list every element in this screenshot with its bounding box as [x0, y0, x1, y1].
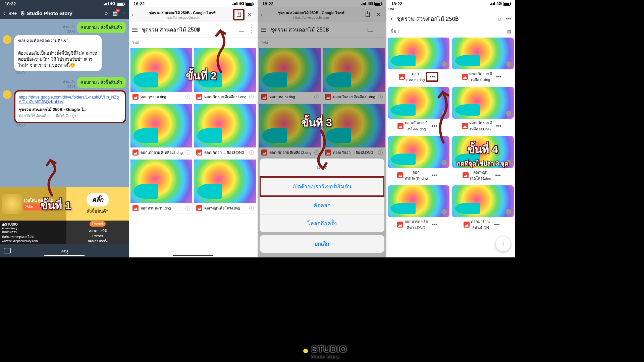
info-icon[interactable]: i: [249, 95, 254, 99]
share-icon: [237, 12, 241, 17]
info-icon[interactable]: i: [185, 150, 190, 155]
view-toggle-icon[interactable]: ▤: [507, 29, 511, 34]
item-more-button[interactable]: •••: [493, 123, 504, 129]
notes-icon[interactable]: ▤: [113, 10, 118, 16]
page-url: https://drive.google.com: [134, 16, 231, 19]
share-button[interactable]: [233, 9, 245, 20]
menu-bar[interactable]: เมนู: [0, 244, 129, 257]
page-title: ชุดรวม สวนดอกไม้ 250B - Google ไดรฟ์: [134, 10, 231, 16]
info-icon[interactable]: i: [249, 206, 254, 210]
files-section-label: ไฟล์: [129, 38, 258, 48]
file-item[interactable]: ดอกเก๊กฮวย สีเหลือง1.dngi: [194, 48, 256, 102]
click-button[interactable]: คลิ๊ก: [87, 193, 109, 206]
sheet-share[interactable]: แชร์: [260, 159, 384, 177]
search-icon[interactable]: ⌕: [105, 10, 108, 16]
clock: 18:22: [133, 1, 145, 6]
fab-add-button[interactable]: +: [496, 237, 511, 251]
home-indicator: [173, 255, 213, 256]
back-to-line[interactable]: LINE: [386, 7, 515, 11]
folder-name: ชุดรวม สวนดอกไม้ 250฿: [142, 25, 235, 34]
file-item[interactable]: ดอกเก๊กฮวย สี เหลือง1.dng•••: [451, 36, 515, 85]
file-item[interactable]: ดอก กุหลาบ.dng•••: [386, 36, 451, 85]
more-icon[interactable]: •••: [505, 16, 511, 22]
order-label: สั่งซื้อสินค้า: [87, 208, 108, 215]
plus-icon: +: [500, 239, 506, 249]
file-grid: ดอกกุหลาบ.dngi ดอกเก๊กฮวย สีเหลือง1.dngi…: [129, 48, 258, 214]
file-item[interactable]: ดอกเก๊กฮวย สี เหลือง2.dng•••: [386, 85, 451, 135]
file-item[interactable]: ดอกเก๊กฮว ... ลือง3.DNGi: [194, 104, 256, 158]
sheet-copy[interactable]: คัดลอก: [260, 196, 384, 215]
file-item[interactable]: ดอกเก๊กฮวย สีเหลือง2.dngi: [130, 104, 193, 158]
drive-link[interactable]: https://drive.google.com/drive/folders/1…: [19, 95, 119, 104]
image-icon: [196, 94, 202, 100]
file-item[interactable]: ดอกมาร์กาเ สีม่วง1.DN•••: [451, 184, 515, 233]
file-item[interactable]: ดอกเก๊กฮวย สี เหลือง3.DNG•••: [451, 85, 515, 135]
battery-icon: [246, 2, 253, 6]
avatar[interactable]: [3, 35, 11, 44]
status-bar: 18:22 4G: [129, 0, 258, 7]
image-icon: [196, 149, 202, 156]
file-item[interactable]: ดอกกุหลาบ.dngi: [130, 48, 193, 102]
clock: 18:22: [5, 1, 16, 6]
signal-icon: [104, 2, 109, 5]
file-item[interactable]: ดอกพญาเสือโคร่ง.dngi: [194, 159, 256, 214]
sheet-reload[interactable]: โหลดอีกครั้ง: [260, 215, 384, 232]
info-icon[interactable]: i: [185, 95, 190, 99]
chat-body: อ่านแล้ว23:49 สอบถาม / สั่งซื้อสินค้า ขอ…: [0, 19, 129, 132]
tutorial-composite: 18:22 4G ‹ 99+ ⛨ Studio Photo Story ⌕ ▤ …: [0, 0, 515, 257]
back-button[interactable]: ‹: [3, 10, 5, 16]
bot-reply[interactable]: ขอบคุณที่ส่งข้อความถึงเรา ต้องขออภัยเป็น…: [14, 35, 102, 71]
file-grid: ดอก กุหลาบ.dng••• ดอกเก๊กฮวย สี เหลือง1.…: [386, 36, 515, 233]
learn-preset[interactable]: Preset สอนการใช้ Preset สอนการติดตั้ง: [66, 221, 129, 244]
keyboard-icon[interactable]: [4, 248, 11, 253]
drive-toolbar: ชุดรวม สวนดอกไม้ 250฿ ⋮: [129, 22, 258, 38]
item-more-button[interactable]: •••: [493, 74, 504, 80]
folder-name: ชุดรวม สวนดอกไม้ 250฿: [397, 14, 494, 23]
panel-browser-drive: 18:22 4G ‹ ชุดรวม สวนดอกไม้ 250B - Googl…: [129, 0, 258, 257]
item-more-button[interactable]: •••: [429, 172, 440, 178]
image-icon: [196, 205, 202, 211]
back-button[interactable]: ‹: [390, 14, 393, 23]
search-icon[interactable]: ⌕: [498, 15, 501, 22]
action-sheet: แชร์ เปิดด้วยเบราว์เซอร์เริ่มต้น คัดลอก …: [260, 159, 384, 255]
item-more-button[interactable]: •••: [426, 72, 438, 82]
back-icon[interactable]: ‹: [131, 11, 134, 18]
view-toggle-icon[interactable]: [239, 28, 244, 32]
menu-icon[interactable]: ≡: [122, 10, 125, 16]
item-more-button[interactable]: •••: [429, 222, 440, 228]
item-more-button[interactable]: •••: [429, 123, 440, 129]
item-more-button[interactable]: •••: [491, 222, 502, 228]
file-item[interactable]: ดอก ทานตะวัน.dng•••: [386, 135, 451, 184]
battery-icon: [117, 2, 124, 6]
info-icon[interactable]: i: [185, 206, 190, 210]
studio-logo: ◉STUDIOPhoto Story ติดตามรีวิว ที่เที่ยว…: [0, 221, 66, 244]
more-icon[interactable]: ⋮: [248, 26, 254, 34]
panel-action-sheet: 18:224G ‹ ชุดรวม สวนดอกไม้ 250B - Google…: [258, 0, 386, 257]
avatar[interactable]: [3, 90, 11, 99]
browser-address-bar: ‹ ชุดรวม สวนดอกไม้ 250B - Google ไดรฟ์ h…: [129, 7, 258, 22]
item-more-button[interactable]: •••: [492, 172, 503, 178]
file-item[interactable]: ดอกมาร์กาเร็ต สีขาว.DNG•••: [386, 184, 451, 233]
drive-link-message[interactable]: https://drive.google.com/drive/folders/1…: [14, 90, 126, 123]
promo-image: รวมโทน ทุ่งดอกไม้ 250฿: [0, 187, 66, 221]
image-icon: [132, 94, 139, 100]
sort-row[interactable]: ชื่อ↑ ▤: [386, 26, 515, 36]
close-icon[interactable]: ✕: [245, 11, 255, 18]
image-icon: [132, 205, 139, 211]
file-item[interactable]: ดอกพญา เสือโคร่ง.dng•••: [451, 135, 515, 184]
my-message[interactable]: สอบถาม / สั่งซื้อสินค้า: [77, 77, 126, 88]
file-item[interactable]: ดอกทานตะวัน.dngi: [130, 159, 193, 214]
chat-header: ‹ 99+ ⛨ Studio Photo Story ⌕ ▤ ≡: [0, 7, 129, 19]
network-label: 4G: [110, 1, 115, 6]
sheet-open-browser[interactable]: เปิดด้วยเบราว์เซอร์เริ่มต้น: [260, 176, 384, 197]
status-bar: 18:22 4G: [0, 0, 129, 7]
image-icon: [132, 149, 139, 156]
hamburger-icon[interactable]: [132, 29, 138, 30]
info-icon[interactable]: i: [249, 150, 254, 155]
image-icon: [399, 74, 405, 80]
my-message[interactable]: สอบถาม / สั่งซื้อสินค้า: [77, 22, 126, 33]
signal-icon: [232, 2, 237, 5]
promo-banner: รวมโทน ทุ่งดอกไม้ 250฿ คลิ๊ก สั่งซื้อสิน…: [0, 187, 129, 257]
sheet-cancel[interactable]: ยกเลิก: [260, 235, 384, 253]
unread-badge: 99+: [8, 10, 17, 16]
